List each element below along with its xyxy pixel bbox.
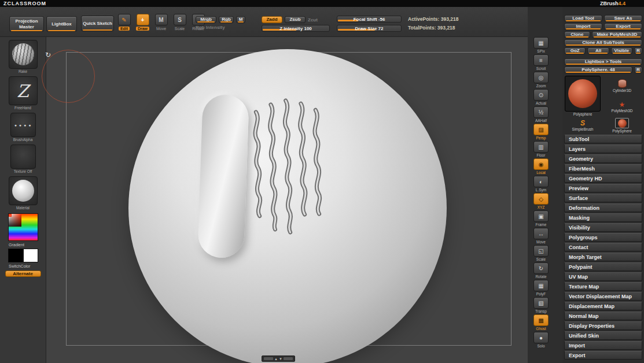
- rail-tool-button[interactable]: ● Solo: [533, 332, 549, 348]
- zadd-button[interactable]: Zadd: [262, 16, 282, 23]
- tool-section-header[interactable]: UV Map: [564, 272, 642, 281]
- secondary-color-swatch[interactable]: [23, 249, 38, 262]
- rail-tool-button[interactable]: ◇ XYZ: [533, 193, 549, 209]
- clone-button[interactable]: Clone: [564, 31, 590, 38]
- load-tool-button[interactable]: Load Tool: [564, 15, 602, 22]
- tool-section-header[interactable]: Surface: [564, 194, 642, 202]
- tool-section-header[interactable]: Visibility: [564, 223, 642, 232]
- draw-mode-button[interactable]: + Draw: [135, 14, 150, 31]
- tool-section-header[interactable]: Contact: [564, 243, 642, 251]
- rail-tool-button[interactable]: ◱ Scale: [533, 245, 549, 261]
- tool-section-header[interactable]: Unified Skin: [564, 331, 642, 340]
- main-color-swatch[interactable]: [8, 249, 23, 262]
- tool-section-header[interactable]: Geometry: [564, 154, 642, 163]
- tool-section-header[interactable]: Polygroups: [564, 233, 642, 242]
- rail-tool-button[interactable]: ◐ L.Sym: [533, 176, 549, 192]
- texture-selector[interactable]: [10, 145, 36, 169]
- tool-section-header[interactable]: Normal Map: [564, 312, 642, 320]
- rail-tool-button[interactable]: ⊙ Actual: [533, 89, 549, 105]
- brush-selector[interactable]: [9, 40, 38, 69]
- tool-section-header[interactable]: Deformation: [564, 203, 642, 212]
- rail-tool-button[interactable]: ▦ PolyF: [533, 280, 549, 296]
- tool-section-header[interactable]: Polypaint: [564, 262, 642, 271]
- draw-size-label: Draw Size 72: [355, 26, 384, 31]
- tool-section-header[interactable]: Layers: [564, 145, 642, 153]
- make-polymesh3d-button[interactable]: Make PolyMesh3D: [592, 31, 642, 38]
- goz-visible-button[interactable]: Visible: [611, 47, 632, 54]
- zsub-button[interactable]: Zsub: [285, 16, 306, 23]
- m-button[interactable]: M: [236, 16, 245, 23]
- tool-section-header[interactable]: Geometry HD: [564, 174, 642, 183]
- rail-tool-button[interactable]: ▨ Persp: [533, 124, 549, 140]
- tool-section-header[interactable]: FiberMesh: [564, 164, 642, 173]
- active-tool-button[interactable]: PolySphere. 48: [564, 66, 632, 73]
- tool-section-header[interactable]: Displacement Map: [564, 302, 642, 310]
- color-picker[interactable]: [8, 213, 38, 241]
- nav-segment-left[interactable]: [264, 357, 273, 360]
- rail-tool-button[interactable]: ▣ Frame: [533, 210, 549, 227]
- rail-tool-label: Local: [536, 171, 546, 175]
- rail-tool-button[interactable]: ½ AAHalf: [533, 106, 549, 123]
- tool-section-header[interactable]: Export: [564, 351, 642, 360]
- tool-section-header[interactable]: Preview: [564, 184, 642, 192]
- rail-tool-button[interactable]: ↔ Move: [533, 228, 549, 244]
- export-button[interactable]: Export: [604, 23, 642, 30]
- rail-tool-button[interactable]: ▦ SPix: [533, 37, 549, 53]
- tool-section-header[interactable]: Texture Map: [564, 282, 642, 291]
- tool-section-header[interactable]: Morph Target: [564, 253, 642, 261]
- rail-tool-icon: ▩: [533, 314, 549, 326]
- rail-tool-button[interactable]: ▧ Transp: [533, 297, 549, 313]
- tool-section-header[interactable]: Vector Displacement Map: [564, 292, 642, 301]
- lightbox-button[interactable]: LightBox: [46, 16, 77, 32]
- canvas-nav-widget[interactable]: ▲ ▼: [262, 355, 295, 362]
- nav-segment-right[interactable]: [284, 357, 293, 360]
- edit-mode-button[interactable]: ✎ Edit: [117, 14, 131, 31]
- polymesh3d-label: PolyMesh3D: [612, 109, 633, 113]
- focal-shift-slider[interactable]: Focal Shift -56: [337, 16, 402, 23]
- nav-down-icon[interactable]: ▼: [279, 357, 282, 361]
- tool-section-header[interactable]: Display Properties: [564, 321, 642, 330]
- clone-all-subtools-button[interactable]: Clone All SubTools: [564, 39, 642, 46]
- rail-tool-button[interactable]: ↻ Rotate: [533, 262, 549, 279]
- alpha-selector[interactable]: ● ● ● ●: [10, 113, 36, 137]
- alternate-button[interactable]: Alternate: [5, 271, 41, 277]
- restore-config-button[interactable]: R: [634, 66, 642, 73]
- material-selector[interactable]: [9, 176, 38, 205]
- save-as-button[interactable]: Save As: [604, 15, 642, 22]
- z-intensity-slider[interactable]: Z Intensity 100: [262, 25, 330, 32]
- polymesh3d-tool[interactable]: ★ PolyMesh3D: [602, 97, 642, 118]
- move-mode-button[interactable]: M Move: [154, 14, 168, 31]
- rail-tool-icon: ⊙: [533, 89, 549, 101]
- polysphere-tool[interactable]: PolySphere: [602, 118, 642, 133]
- goz-r-button[interactable]: R: [634, 47, 642, 54]
- import-button[interactable]: Import: [564, 23, 602, 30]
- current-tool-thumbnail[interactable]: Polysphere: [564, 76, 601, 117]
- rail-tool-button[interactable]: ▩ Ghost: [533, 314, 549, 331]
- stroke-selector[interactable]: Z: [9, 76, 38, 105]
- rail-tool-button[interactable]: ◉ Local: [533, 158, 549, 175]
- cylinder3d-tool[interactable]: Cylinder3D: [602, 76, 642, 97]
- rail-tool-button[interactable]: ≡ Scroll: [533, 54, 549, 71]
- titlebar: ZCLASSROOM ZBrush4.4: [0, 0, 644, 7]
- rail-tool-button[interactable]: ▥ Floor: [533, 141, 549, 157]
- tool-thumbnails: Polysphere Cylinder3D ★ PolyMesh3D S Sim…: [564, 76, 642, 134]
- rail-tool-button[interactable]: ◎ Zoom: [533, 72, 549, 88]
- projection-master-button[interactable]: Projection Master: [9, 16, 44, 32]
- tool-section-header[interactable]: Masking: [564, 213, 642, 222]
- draw-size-slider[interactable]: Draw Size 72: [337, 25, 402, 32]
- model-viewport[interactable]: ▲ ▼: [46, 37, 528, 363]
- tool-section-header[interactable]: SubTool: [564, 135, 642, 143]
- rgb-button[interactable]: Rgb: [219, 16, 234, 23]
- rail-tool-icon: ●: [533, 332, 549, 343]
- goz-button[interactable]: GoZ: [564, 47, 586, 54]
- sculpt-capsule-stroke: [197, 94, 249, 259]
- mrgb-button[interactable]: Mrgb: [196, 16, 216, 23]
- scale-mode-button[interactable]: S Scale: [172, 14, 187, 31]
- nav-up-icon[interactable]: ▲: [274, 357, 278, 361]
- color-picker-sv-square[interactable]: [9, 214, 21, 227]
- goz-all-button[interactable]: All: [587, 47, 609, 54]
- tool-section-header[interactable]: Import: [564, 341, 642, 350]
- simplebrush-tool[interactable]: S SimpleBrush: [564, 118, 601, 133]
- quick-sketch-button[interactable]: Quick Sketch: [81, 16, 114, 31]
- lightbox-tools-button[interactable]: Lightbox > Tools: [564, 58, 642, 65]
